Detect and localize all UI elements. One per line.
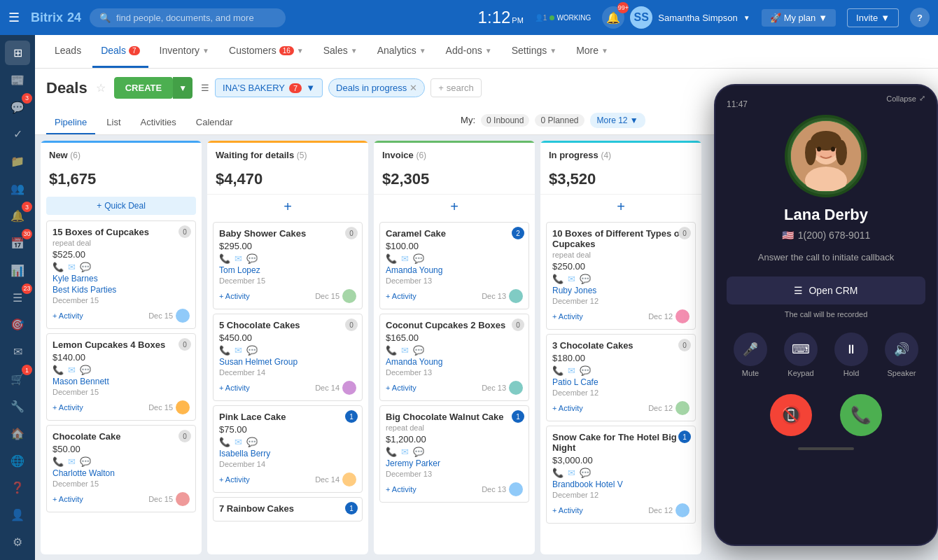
activity-link[interactable]: + Activity — [219, 475, 250, 484]
sidebar-item-help[interactable]: ❓ — [5, 476, 30, 500]
sidebar-item-house[interactable]: 🏠 — [5, 421, 30, 446]
card-10-boxes[interactable]: 0 10 Boxes of Different Types of Cupcake… — [546, 222, 696, 330]
msg-icon[interactable]: 💬 — [580, 365, 591, 376]
pipeline-tab-activities[interactable]: Activities — [132, 111, 185, 134]
activity-link[interactable]: + Activity — [52, 403, 83, 412]
msg-icon[interactable]: 💬 — [246, 437, 258, 447]
card-cupcakes[interactable]: 0 15 Boxes of Cupcakes repeat deal $525.… — [46, 220, 196, 329]
hold-icon[interactable]: ⏸ — [834, 332, 868, 366]
bakery-filter[interactable]: INA'S BAKERY 7 ▼ — [215, 78, 323, 97]
activity-link[interactable]: + Activity — [552, 404, 583, 412]
sidebar-item-home[interactable]: ⊞ — [5, 41, 30, 65]
phone-collapse-btn[interactable]: Collapse ⤢ — [886, 94, 925, 103]
phone-icon[interactable]: 📞 — [52, 365, 64, 375]
search-bar[interactable]: 🔍 — [90, 8, 286, 27]
email-card-icon[interactable]: ✉ — [68, 262, 76, 272]
msg-icon[interactable]: 💬 — [80, 262, 91, 272]
activity-link[interactable]: + Activity — [386, 485, 416, 493]
mute-icon[interactable]: 🎤 — [734, 332, 767, 366]
phone-icon[interactable]: 📞 — [219, 437, 230, 447]
card-pink-lace[interactable]: 1 Pink Lace Cake $75.00 📞 ✉ 💬 Isabella B… — [213, 405, 363, 493]
tab-addons[interactable]: Add-ons ▼ — [438, 35, 500, 68]
activity-link[interactable]: + Activity — [52, 495, 83, 503]
pipeline-tab-calendar[interactable]: Calendar — [188, 111, 241, 134]
email-card-icon[interactable]: ✉ — [68, 456, 76, 467]
activity-link[interactable]: + Activity — [52, 312, 83, 320]
email-card-icon[interactable]: ✉ — [568, 468, 575, 478]
msg-icon[interactable]: 💬 — [413, 253, 424, 264]
sidebar-item-drive[interactable]: 📁 — [5, 149, 30, 174]
tab-inventory[interactable]: Inventory ▼ — [151, 35, 218, 68]
card-caramel[interactable]: 2 Caramel Cake $100.00 📞 ✉ 💬 Amanda Youn… — [379, 222, 529, 309]
card-rainbow[interactable]: 1 7 Rainbow Cakes — [213, 497, 363, 522]
create-button[interactable]: CREATE — [114, 77, 173, 99]
sidebar-item-chat[interactable]: 💬3 — [5, 95, 30, 120]
tab-customers[interactable]: Customers 16 ▼ — [220, 35, 312, 68]
card-snow-cake[interactable]: 1 Snow Cake for The Hotel Big Night $3,0… — [546, 426, 696, 524]
sidebar-item-shop[interactable]: 🛒1 — [5, 367, 30, 391]
deals-search[interactable]: + search — [430, 78, 482, 97]
speaker-control[interactable]: 🔊 Speaker — [885, 332, 918, 377]
msg-icon[interactable]: 💬 — [80, 456, 91, 467]
card-3-choc[interactable]: 0 3 Chocolate Cakes $180.00 📞 ✉ 💬 Patio … — [546, 334, 696, 421]
msg-icon[interactable]: 💬 — [413, 447, 424, 457]
email-card-icon[interactable]: ✉ — [401, 447, 409, 457]
phone-icon[interactable]: 📞 — [386, 253, 397, 264]
hold-control[interactable]: ⏸ Hold — [834, 332, 868, 377]
phone-icon[interactable]: 📞 — [386, 447, 397, 457]
email-card-icon[interactable]: ✉ — [234, 437, 242, 447]
invite-button[interactable]: Invite ▼ — [847, 8, 899, 27]
create-dropdown-button[interactable]: ▼ — [173, 77, 192, 99]
sidebar-item-email[interactable]: ✉ — [5, 340, 30, 364]
myplan-button[interactable]: 🚀 My plan ▼ — [762, 9, 836, 27]
activity-link[interactable]: + Activity — [386, 384, 416, 392]
tab-more[interactable]: More ▼ — [568, 35, 617, 68]
help-button[interactable]: ? — [910, 8, 930, 27]
pipeline-tab-pipeline[interactable]: Pipeline — [46, 111, 95, 134]
sidebar-item-person[interactable]: 👤 — [5, 503, 30, 527]
msg-icon[interactable]: 💬 — [580, 468, 591, 478]
speaker-icon[interactable]: 🔊 — [885, 332, 918, 366]
hamburger-icon[interactable]: ☰ — [8, 10, 20, 25]
sidebar-item-reports[interactable]: 📊 — [5, 258, 30, 283]
phone-icon[interactable]: 📞 — [552, 365, 564, 376]
activity-link[interactable]: + Activity — [386, 292, 416, 300]
tab-analytics[interactable]: Analytics ▼ — [369, 35, 435, 68]
phone-icon[interactable]: 📞 — [52, 262, 64, 272]
msg-icon[interactable]: 💬 — [580, 274, 591, 284]
sidebar-item-settings[interactable]: ⚙ — [5, 530, 30, 554]
tab-leads[interactable]: Leads — [46, 35, 90, 68]
tab-deals[interactable]: Deals 7 — [92, 35, 148, 68]
mute-control[interactable]: 🎤 Mute — [734, 332, 767, 377]
keypad-control[interactable]: ⌨ Keypad — [784, 332, 818, 377]
phone-icon[interactable]: 📞 — [386, 345, 397, 356]
msg-icon[interactable]: 💬 — [246, 253, 258, 264]
col-add-btn[interactable]: + — [207, 194, 368, 219]
sidebar-item-target[interactable]: 🎯 — [5, 312, 30, 337]
col-add-invoice-btn[interactable]: + — [374, 194, 535, 219]
email-card-icon[interactable]: ✉ — [568, 274, 575, 284]
phone-icon[interactable]: 📞 — [219, 345, 230, 356]
open-crm-button[interactable]: ☰ Open CRM — [727, 276, 925, 304]
activity-link[interactable]: + Activity — [219, 384, 250, 392]
end-call-button[interactable]: 📵 — [770, 394, 812, 436]
activity-link[interactable]: + Activity — [552, 506, 583, 514]
msg-icon[interactable]: 💬 — [246, 345, 258, 356]
sidebar-item-calendar[interactable]: 📅30 — [5, 231, 30, 255]
card-baby-shower[interactable]: 0 Baby Shower Cakes $295.00 📞 ✉ 💬 Tom Lo… — [213, 222, 363, 309]
quick-deal-btn[interactable]: + Quick Deal — [46, 197, 196, 215]
phone-icon[interactable]: 📞 — [552, 468, 564, 478]
sidebar-item-filter[interactable]: ☰23 — [5, 286, 30, 310]
card-lemon[interactable]: 0 Lemon Cupcakes 4 Boxes $140.00 📞 ✉ 💬 M… — [46, 333, 196, 421]
card-walnut[interactable]: 1 Big Chocolate Walnut Cake repeat deal … — [379, 405, 529, 503]
filter-icon-btn[interactable]: ☰ — [201, 83, 209, 93]
msg-icon[interactable]: 💬 — [80, 365, 91, 375]
sidebar-item-notify[interactable]: 🔔3 — [5, 204, 30, 228]
search-input[interactable] — [116, 13, 276, 23]
tab-settings[interactable]: Settings ▼ — [503, 35, 566, 68]
email-card-icon[interactable]: ✉ — [568, 365, 575, 376]
msg-icon[interactable]: 💬 — [413, 345, 424, 356]
email-card-icon[interactable]: ✉ — [234, 253, 242, 264]
sidebar-item-tools[interactable]: 🔧 — [5, 394, 30, 419]
phone-icon[interactable]: 📞 — [552, 274, 564, 284]
